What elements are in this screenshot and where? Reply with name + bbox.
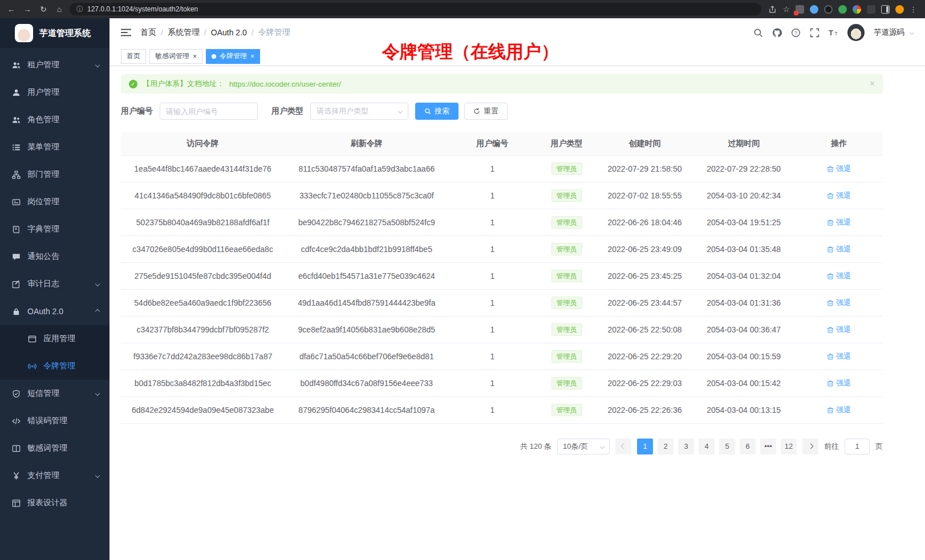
hamburger-icon[interactable]	[121, 27, 131, 38]
force-logout-button[interactable]: 强退	[827, 298, 851, 308]
sidebar-item-9[interactable]: OAuth 2.0	[0, 298, 109, 325]
user-type-badge: 管理员	[551, 377, 582, 389]
sidebar-item-2[interactable]: 角色管理	[0, 106, 109, 133]
force-logout-button[interactable]: 强退	[827, 378, 851, 388]
force-logout-button[interactable]: 强退	[827, 217, 851, 228]
sidebar-item-0[interactable]: 租户管理	[0, 51, 109, 79]
sidebar-item-7[interactable]: 通知公告	[0, 243, 109, 270]
token-table: 访问令牌刷新令牌用户编号用户类型创建时间过期时间操作 1ea5e44f8bc14…	[121, 132, 883, 424]
search-icon[interactable]	[753, 28, 763, 38]
browser-profile-avatar[interactable]	[895, 5, 904, 14]
sidebar-item-4[interactable]: 部门管理	[0, 161, 109, 188]
reload-button[interactable]: ↻	[38, 3, 49, 15]
tab-2[interactable]: 令牌管理×	[206, 49, 260, 64]
close-icon[interactable]: ×	[250, 53, 254, 60]
fullscreen-icon[interactable]	[810, 28, 819, 38]
back-button[interactable]: ←	[6, 3, 17, 15]
address-bar[interactable]: ⓘ 127.0.0.1:1024/system/oauth2/token	[70, 3, 761, 15]
page-button[interactable]: 12	[781, 439, 797, 455]
sidebar-item-5[interactable]: 岗位管理	[0, 188, 109, 216]
extension-icon[interactable]	[796, 5, 804, 14]
chevron-down-icon	[96, 474, 99, 477]
sidebar-item-16[interactable]: 报表设计器	[0, 489, 109, 517]
cell-user-id: 1	[448, 316, 536, 343]
sidebar-item-14[interactable]: 敏感词管理	[0, 435, 109, 462]
bookmark-star-icon[interactable]: ☆	[782, 5, 790, 14]
force-logout-button[interactable]: 强退	[827, 351, 851, 362]
user-type-badge: 管理员	[551, 189, 582, 202]
page-button[interactable]: 5	[719, 439, 735, 455]
cell-action: 强退	[795, 370, 883, 396]
page-size-select[interactable]: 10条/页	[557, 439, 610, 455]
extension-icon[interactable]	[853, 5, 861, 14]
font-size-icon[interactable]: TT	[829, 28, 838, 38]
user-name[interactable]: 芋道源码	[874, 27, 904, 38]
sidebar-item-15[interactable]: 支付管理	[0, 462, 109, 489]
home-button[interactable]: ⌂	[54, 3, 65, 15]
user-avatar[interactable]	[847, 24, 865, 41]
search-button[interactable]: 搜索	[415, 103, 459, 120]
sidebar-item-11[interactable]: 令牌管理	[0, 352, 109, 380]
window-icon	[27, 334, 36, 343]
sidebar-item-3[interactable]: 菜单管理	[0, 133, 109, 161]
prev-page-button[interactable]	[615, 439, 631, 455]
force-logout-button[interactable]: 强退	[827, 324, 851, 335]
cell-create-time: 2022-06-25 22:29:03	[597, 370, 692, 396]
help-icon[interactable]: ?	[791, 28, 801, 38]
extension-icon[interactable]	[810, 5, 818, 14]
cell-expire-time: 2054-03-04 00:15:42	[692, 370, 795, 396]
force-logout-button[interactable]: 强退	[827, 164, 851, 174]
sidebar-item-12[interactable]: 短信管理	[0, 380, 109, 407]
sidebar-item-10[interactable]: 应用管理	[0, 325, 109, 352]
extension-icon[interactable]	[824, 5, 833, 14]
extension-icon[interactable]	[838, 5, 847, 14]
page-button[interactable]: 1	[637, 439, 653, 455]
page-button[interactable]: 4	[699, 439, 715, 455]
share-icon[interactable]	[768, 5, 777, 14]
close-icon[interactable]: ×	[870, 79, 875, 88]
cell-refresh-token: b0df4980ffd34c67a08f9156e4eee733	[285, 370, 448, 396]
force-logout-button[interactable]: 强退	[827, 190, 851, 201]
force-logout-button[interactable]: 强退	[827, 405, 851, 415]
force-logout-button[interactable]: 强退	[827, 244, 851, 254]
app-logo[interactable]: 芋道管理系统	[0, 18, 109, 48]
next-page-button[interactable]	[802, 439, 818, 455]
force-logout-button[interactable]: 强退	[827, 271, 851, 281]
sidebar-item-label: 应用管理	[43, 334, 75, 344]
site-info-icon[interactable]: ⓘ	[76, 5, 83, 14]
reset-button[interactable]: 重置	[464, 103, 508, 120]
alert-doc-link[interactable]: https://doc.iocoder.cn/user-center/	[229, 80, 341, 88]
breadcrumb: 首页/系统管理/OAuth 2.0/令牌管理	[140, 27, 290, 38]
sidebar-item-1[interactable]: 用户管理	[0, 79, 109, 106]
tab-1[interactable]: 敏感词管理×	[149, 49, 202, 64]
side-panel-icon[interactable]	[881, 5, 890, 14]
breadcrumb-item[interactable]: 首页	[140, 27, 156, 38]
cell-expire-time: 2054-03-04 00:13:15	[692, 396, 795, 423]
tab-0[interactable]: 首页	[121, 49, 146, 64]
sidebar-item-6[interactable]: 字典管理	[0, 216, 109, 243]
goto-page-input[interactable]	[845, 439, 870, 455]
user-type-select[interactable]: 请选择用户类型	[310, 103, 408, 120]
github-icon[interactable]	[772, 28, 782, 38]
extensions-puzzle-icon[interactable]	[867, 5, 875, 14]
cell-expire-time: 2054-03-04 01:35:48	[692, 236, 795, 262]
close-icon[interactable]: ×	[193, 53, 197, 60]
page-button[interactable]: 2	[658, 439, 674, 455]
cell-user-type: 管理员	[536, 289, 597, 316]
sidebar-item-8[interactable]: 审计日志	[0, 270, 109, 298]
cell-action: 强退	[795, 209, 883, 236]
browser-menu-icon[interactable]: ⋮	[910, 5, 917, 14]
table-row: 54d6be82ee5a460a9aedc1f9bf22365649d1aa46…	[121, 289, 883, 316]
breadcrumb-item[interactable]: 系统管理	[168, 27, 200, 38]
sidebar-item-13[interactable]: 错误码管理	[0, 407, 109, 435]
sidebar-item-label: 通知公告	[27, 251, 59, 262]
forward-button[interactable]: →	[22, 3, 33, 15]
token-table-header-row: 访问令牌刷新令牌用户编号用户类型创建时间过期时间操作	[121, 132, 883, 155]
user-id-input[interactable]	[160, 103, 258, 120]
page-button[interactable]: •••	[760, 439, 776, 455]
breadcrumb-item[interactable]: OAuth 2.0	[211, 28, 247, 37]
chevron-down-icon[interactable]	[910, 31, 914, 34]
page-button[interactable]: 6	[740, 439, 756, 455]
page-button[interactable]: 3	[678, 439, 694, 455]
sidebar: 芋道管理系统 租户管理用户管理角色管理菜单管理部门管理岗位管理字典管理通知公告审…	[0, 18, 109, 560]
